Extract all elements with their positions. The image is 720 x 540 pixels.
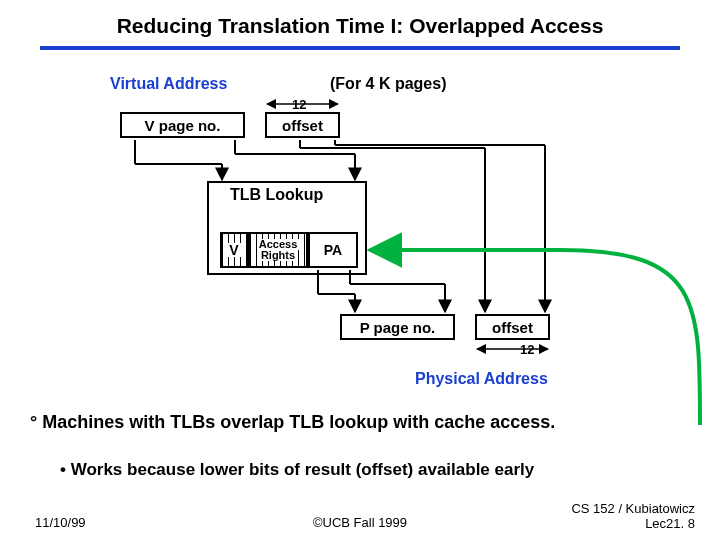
sub-bullet: • Works because lower bits of result (of…	[60, 460, 690, 480]
offset-bits-bot: 12	[520, 342, 534, 357]
tlb-lookup-label: TLB Lookup	[230, 186, 323, 204]
ppage-text: P page no.	[360, 319, 436, 336]
offset-bot-text: offset	[492, 319, 533, 336]
title-underline	[40, 46, 680, 50]
main-bullet-text: Machines with TLBs overlap TLB lookup wi…	[42, 412, 555, 432]
tlb-valid-col: V	[220, 232, 248, 268]
footer-right: CS 152 / Kubiatowicz Lec21. 8	[571, 501, 695, 532]
footer-right-1: CS 152 / Kubiatowicz	[571, 501, 695, 516]
page-title: Reducing Translation Time I: Overlapped …	[0, 14, 720, 38]
degree-marker: °	[30, 412, 42, 432]
tlb-pa-col: PA	[308, 232, 358, 268]
footer-right-2: Lec21. 8	[645, 516, 695, 531]
offset-bits-top: 12	[292, 97, 306, 112]
ppage-box: P page no.	[340, 314, 455, 340]
tlb-rights-col: Access Rights	[248, 232, 308, 268]
offset-bot-box: offset	[475, 314, 550, 340]
vpage-box-text: V page no.	[145, 117, 221, 134]
main-bullet: ° Machines with TLBs overlap TLB lookup …	[30, 412, 690, 433]
offset-top-box: offset	[265, 112, 340, 138]
virtual-address-label: Virtual Address	[110, 75, 227, 93]
tlb-pa-text: PA	[322, 243, 344, 257]
vpage-box: V page no.	[120, 112, 245, 138]
tlb-rights-text-2: Rights	[259, 250, 297, 261]
page-size-note: (For 4 K pages)	[330, 75, 446, 93]
physical-address-label: Physical Address	[415, 370, 548, 388]
tlb-valid-text: V	[227, 243, 240, 257]
offset-top-text: offset	[282, 117, 323, 134]
